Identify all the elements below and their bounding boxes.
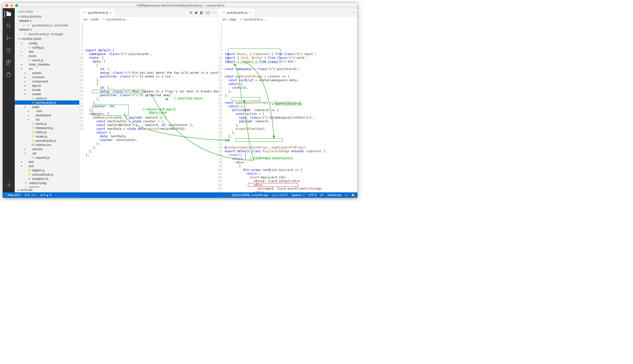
folder-service[interactable]: ▸service	[15, 147, 79, 151]
open-editors-section[interactable]: ▾OPEN EDITORS	[15, 14, 79, 19]
explorer-sidebar: EXPLORER ▾OPEN EDITORS GROUP 1 ×JS puzzl…	[15, 8, 80, 192]
bigfish-icon[interactable]	[6, 72, 12, 78]
file-cards.js[interactable]: JScards.js	[15, 96, 79, 100]
file-index.js[interactable]: JSindex.js	[15, 130, 79, 134]
folder-util[interactable]: ▾util	[15, 151, 79, 156]
sync-indicator[interactable]: ⟲ 0 ↓ 0 ↑	[24, 193, 37, 197]
svg-rect-7	[6, 60, 8, 62]
titlebar: ~/GitRepos/course-demo/src/model/puzzlec…	[3, 3, 357, 8]
folder-layout[interactable]: ▸layout	[15, 84, 79, 88]
file-.eslintrc[interactable]: ⚙.eslintrc	[15, 185, 79, 188]
file-bigfish.js[interactable]: JSbigfish.js	[15, 168, 79, 172]
folder-node_modules[interactable]: ▸node_modules	[15, 62, 79, 66]
sidebar-title: EXPLORER	[15, 8, 79, 14]
svg-point-2	[7, 36, 8, 37]
outline-section[interactable]: ▸OUTLINE	[15, 188, 79, 192]
file-tree: ▾configJSconfig.js▸dist▾mockJScards.js▸n…	[15, 41, 79, 188]
settings-gear-icon[interactable]	[6, 182, 12, 189]
close-tab-icon[interactable]: ×	[110, 11, 112, 14]
svg-rect-8	[9, 60, 11, 62]
folder-src[interactable]: ▾src	[15, 66, 79, 71]
more-icon[interactable]: ⋯	[212, 10, 216, 14]
branch-indicator[interactable]: ᛘ 64bca537	[5, 193, 21, 197]
maximize-window-icon[interactable]	[15, 4, 18, 7]
language-indicator[interactable]: JavaScript	[327, 193, 341, 197]
folder-list[interactable]: ▸list	[15, 117, 79, 122]
folder-dist[interactable]: ▸dist	[15, 50, 79, 54]
svg-point-11	[8, 184, 10, 186]
search-icon[interactable]	[6, 23, 12, 30]
svg-rect-9	[6, 63, 8, 65]
svg-point-6	[8, 50, 9, 51]
split-icon[interactable]: ▯▯	[206, 10, 210, 14]
editor-group-2-label: GROUP 2	[15, 28, 79, 32]
left-editor-pane: JSpuzzlecards.js× ⧉ ◉ ◧ ▯▯ ⋯ src› model›…	[80, 8, 218, 192]
tab-bar: JSpuzzlecards.js× ⋯	[218, 8, 357, 17]
feedback-icon[interactable]: ☺	[345, 193, 348, 197]
file-helloworld.js[interactable]: JShelloworld.js	[15, 126, 79, 130]
folder-config[interactable]: ▾config	[15, 41, 79, 45]
app-window: ~/GitRepos/course-demo/src/model/puzzlec…	[2, 2, 358, 198]
file-config.js[interactable]: JSconfig.js	[15, 45, 79, 50]
editor-actions: ⧉ ◉ ◧ ▯▯ ⋯	[187, 8, 218, 17]
folder-mock[interactable]: ▾mock	[15, 54, 79, 58]
window-title: ~/GitRepos/course-demo/src/model/puzzlec…	[136, 4, 224, 7]
folder-component[interactable]: ▸component	[15, 79, 79, 84]
folder-dashboard[interactable]: ▸dashboard	[15, 113, 79, 117]
bell-icon[interactable]: 🔔	[351, 193, 355, 197]
svg-line-1	[10, 27, 11, 28]
diff-icon[interactable]: ◧	[200, 10, 203, 14]
file-cards.js[interactable]: JScards.js	[15, 58, 79, 62]
editor-group-1-label: GROUP 1	[15, 19, 79, 23]
indent-indicator[interactable]: Spaces: 2	[291, 193, 304, 197]
folder-page[interactable]: ▾page	[15, 105, 79, 109]
minimize-window-icon[interactable]	[10, 4, 13, 7]
file-tobigfish.sh[interactable]: ▪tobigfish.sh	[15, 177, 79, 181]
open-editor-item[interactable]: ×JS puzzlecards.js src/model	[15, 23, 79, 28]
encoding-indicator[interactable]: UTF-8	[308, 193, 317, 197]
breadcrumb[interactable]: src› page› JSpuzzlecards.js› ...	[218, 17, 357, 22]
folder-tool[interactable]: ▾tool	[15, 164, 79, 168]
file-.editorconfig[interactable]: ⚙.editorconfig	[15, 181, 79, 185]
preview-icon[interactable]: ◉	[195, 10, 198, 14]
cursor-position[interactable]: Ln 1, Col 17	[272, 193, 288, 197]
window-controls	[5, 4, 18, 7]
breadcrumb[interactable]: src› model› JSpuzzlecards.js› ...	[80, 17, 218, 22]
file-cards.js[interactable]: JScards.js	[15, 122, 79, 126]
folder-locale[interactable]: ▸locale	[15, 88, 79, 92]
close-tab-icon[interactable]: ×	[249, 11, 251, 14]
more-icon[interactable]: ⋯	[352, 10, 355, 14]
svg-point-4	[10, 38, 11, 38]
compare-icon[interactable]: ⧉	[190, 10, 192, 15]
file-puzzlecards.js[interactable]: JSpuzzlecards.js	[15, 138, 79, 143]
file-puzzlecards.js[interactable]: JSpuzzlecards.js	[15, 100, 79, 105]
problems-indicator[interactable]: ⊘ 0 ▲ 0	[40, 193, 51, 197]
source-control-icon[interactable]	[6, 35, 12, 42]
tab-puzzlecards-page[interactable]: JSpuzzlecards.js×	[218, 8, 254, 17]
file-locale.js[interactable]: JSlocale.js	[15, 134, 79, 138]
explorer-icon[interactable]	[4, 11, 12, 18]
debug-icon[interactable]	[6, 47, 12, 54]
folder-common[interactable]: ▸common	[15, 75, 79, 79]
folder-assets[interactable]: ▸assets	[15, 71, 79, 75]
git-blame[interactable]: 👤 追风(143969), a month ago	[228, 193, 268, 197]
right-editor-pane: JSpuzzlecards.js× ⋯ src› page› JSpuzzlec…	[218, 8, 357, 192]
close-window-icon[interactable]	[5, 4, 8, 7]
tab-bar: JSpuzzlecards.js× ⧉ ◉ ◧ ▯▯ ⋯	[80, 8, 218, 17]
folder-.umi[interactable]: ▸.umi	[15, 109, 79, 113]
svg-point-3	[7, 39, 8, 40]
folder-model[interactable]: ▾model	[15, 92, 79, 96]
eol-indicator[interactable]: LF	[320, 193, 324, 197]
open-editor-item[interactable]: JS puzzlecards.js src/page	[15, 32, 79, 36]
activity-bar	[3, 8, 15, 192]
editor-area: JSpuzzlecards.js× ⧉ ◉ ◧ ▯▯ ⋯ src› model›…	[80, 8, 357, 192]
project-section[interactable]: ▾COURSE-DEMO	[15, 36, 79, 41]
file-executeRule.js[interactable]: JSexecuteRule.js	[15, 172, 79, 177]
folder-test[interactable]: ▸test	[15, 160, 79, 164]
tab-puzzlecards-model[interactable]: JSpuzzlecards.js×	[80, 8, 115, 17]
file-request.js[interactable]: JSrequest.js	[15, 156, 79, 160]
code-area-left[interactable]: 1234567891011121314151617181920212223242…	[80, 22, 218, 192]
extensions-icon[interactable]	[6, 60, 12, 66]
file-tsdemo.tsx[interactable]: TStsdemo.tsx	[15, 143, 79, 147]
code-area-right[interactable]: 1234567891011121314151617181920212223242…	[218, 22, 357, 192]
